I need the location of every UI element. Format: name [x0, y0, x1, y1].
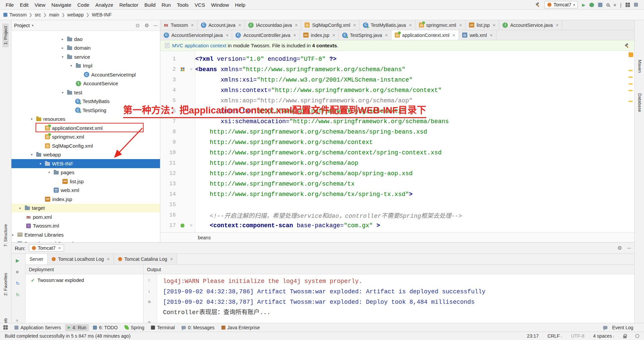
tree-item-external-libraries[interactable]: ▸External Libraries — [11, 230, 160, 239]
more-options-icon[interactable]: » — [16, 318, 18, 323]
tab-tomcat-localhost-log[interactable]: Tomcat Localhost Log× — [48, 254, 114, 264]
menu-item-view[interactable]: View — [32, 2, 48, 8]
stop-button[interactable]: ■ — [613, 2, 616, 7]
breadcrumb-item-src[interactable]: src — [35, 12, 41, 17]
tab-server[interactable]: Server — [25, 254, 48, 264]
menu-item-window[interactable]: Window — [208, 2, 232, 8]
tree-item-listjsp[interactable]: JSPlist.jsp — [11, 177, 160, 186]
tool-button-java-enterprise[interactable]: Java Enterprise — [219, 324, 263, 331]
menu-item-tools[interactable]: Tools — [174, 2, 192, 8]
editor-tab-account[interactable]: CAccount.java× — [198, 20, 245, 30]
breadcrumb-item-webinf[interactable]: WEB-INF — [92, 12, 112, 17]
menu-item-analyze[interactable]: Analyze — [92, 2, 116, 8]
editor-tab-listjsp[interactable]: JSPlist.jsp× — [466, 20, 499, 30]
close-icon[interactable]: × — [191, 22, 194, 28]
breadcrumb-item-webapp[interactable]: webapp — [67, 12, 84, 17]
close-icon[interactable]: × — [353, 22, 356, 28]
caret-position-widget[interactable]: 23:17 — [527, 333, 539, 339]
editor-tab-webxml[interactable]: web.xml× — [459, 30, 496, 40]
inspections-indicator-icon[interactable] — [635, 334, 639, 338]
menu-item-vcs[interactable]: VCS — [192, 2, 208, 8]
indent-widget[interactable]: 4 spaces ↕ — [593, 333, 614, 339]
readonly-lock-icon[interactable] — [623, 336, 627, 338]
hide-panel-icon[interactable]: ─ — [627, 245, 631, 251]
tab-tomcat-catalina-log[interactable]: Tomcat Catalina Log× — [114, 254, 177, 264]
tree-item-service[interactable]: ▾service — [11, 52, 160, 61]
tree-item-twossmiml[interactable]: iTwossm.iml — [11, 222, 160, 231]
deployment-item[interactable]: ✓ Twossm:war exploded — [25, 274, 143, 283]
breadcrumb-item-twossm[interactable]: Twossm — [9, 12, 26, 17]
project-structure-icon[interactable] — [634, 3, 638, 7]
run-configuration-select[interactable]: Tomcat7 ▾ — [544, 1, 578, 8]
close-icon[interactable]: × — [490, 33, 493, 38]
rerun-server-button[interactable]: ▶ — [16, 258, 19, 263]
editor-tab-testspring[interactable]: CTestSpring.java× — [339, 30, 391, 40]
tree-item-pomxml[interactable]: mpom.xml — [11, 212, 160, 222]
editor-tab-twossm[interactable]: mTwossm× — [160, 20, 198, 30]
tree-item-accountservice[interactable]: IAccountService — [11, 79, 160, 88]
editor-tab-testmybatis[interactable]: CTestMyBatis.java× — [360, 20, 415, 30]
tree-item-indexjsp[interactable]: JSPindex.jsp — [11, 195, 160, 204]
tree-item-accountserviceimpl[interactable]: CAccountServiceImpl — [11, 70, 160, 79]
redeploy-button[interactable]: ↻ — [16, 281, 20, 286]
close-icon[interactable]: × — [293, 33, 296, 38]
hide-panel-icon[interactable]: ─ — [154, 22, 157, 29]
tool-tab-database[interactable]: Database — [637, 91, 643, 115]
fold-arrow-icon[interactable]: ▽ — [187, 67, 195, 71]
close-icon[interactable]: × — [556, 22, 558, 28]
tool-tab-structure[interactable]: 7: Structure — [2, 222, 9, 249]
update-application-button[interactable]: ↻ — [16, 292, 20, 297]
coverage-button[interactable] — [598, 3, 602, 7]
line-ending-widget[interactable]: CRLF ↕ — [547, 333, 562, 339]
close-icon[interactable]: × — [385, 33, 388, 38]
tree-item-webapp[interactable]: ▾webapp — [11, 150, 160, 159]
profiler-button[interactable] — [606, 3, 609, 6]
editor-tab-springmvc[interactable]: springmvc.xml× — [416, 20, 466, 30]
breadcrumb-item-main[interactable]: main — [49, 12, 59, 17]
menu-item-code[interactable]: Code — [74, 2, 92, 8]
debug-button[interactable] — [589, 3, 594, 7]
close-icon[interactable]: × — [107, 256, 109, 262]
close-icon[interactable]: × — [170, 256, 173, 262]
editor-tab-sqlmapconfig[interactable]: SqlMapConfig.xml× — [301, 20, 360, 30]
tool-button-terminal[interactable]: Terminal — [148, 324, 177, 331]
settings-gear-icon[interactable]: ⚙ — [145, 22, 149, 29]
wrench-icon[interactable] — [624, 43, 630, 48]
tree-item-webxml[interactable]: web.xml — [11, 186, 160, 195]
tree-item-pages[interactable]: ▾pages — [11, 168, 160, 177]
menu-item-navigate[interactable]: Navigate — [48, 2, 74, 8]
run-button[interactable]: ▶ — [582, 2, 585, 7]
tree-item-springmvc[interactable]: springmvc.xml — [11, 133, 160, 142]
spring-bean-gutter-icon[interactable] — [181, 67, 184, 71]
menu-item-build[interactable]: Build — [141, 2, 158, 8]
editor-surface[interactable]: 1<?xml version="1.0" encoding="UTF-8" ?>… — [160, 51, 634, 232]
tree-item-webinf-selected[interactable]: ▾WEB-INF — [11, 159, 160, 168]
stop-server-button[interactable]: ■ — [16, 269, 18, 275]
close-icon[interactable]: × — [332, 33, 335, 38]
build-hammer-icon[interactable] — [535, 2, 540, 7]
tool-button-run[interactable]: ▶4: Run — [65, 324, 89, 331]
editor-tab-accountserviceimpl[interactable]: CAccountServiceImpl.java× — [160, 30, 232, 40]
editor-tab-accountcontroller[interactable]: CAccountController.java× — [232, 30, 300, 40]
tree-item-test[interactable]: ▾test — [11, 88, 160, 97]
run-config-tab[interactable]: Tomcat7 × — [29, 244, 64, 252]
soft-wrap-icon[interactable]: ≡ — [148, 299, 151, 304]
close-icon[interactable]: × — [295, 22, 298, 28]
tool-tab-maven[interactable]: Maven — [637, 57, 643, 76]
console-output[interactable]: log4j:WARN Please initialize the log4j s… — [157, 274, 634, 323]
tool-tab-project[interactable]: 1: Project — [2, 23, 9, 47]
tree-item-domain[interactable]: ▸domain — [11, 44, 160, 53]
close-icon[interactable]: × — [409, 22, 412, 28]
tool-button-todo[interactable]: 6: TODO — [90, 324, 120, 331]
breadcrumb-beans[interactable]: beans — [198, 235, 211, 240]
fold-arrow-icon[interactable]: ▽ — [187, 223, 195, 228]
close-icon[interactable]: × — [459, 22, 462, 28]
close-icon[interactable]: × — [452, 33, 455, 38]
tree-item-scratches[interactable]: ▸Scratches and Consoles — [11, 239, 160, 243]
menu-item-help[interactable]: Help — [232, 2, 249, 8]
settings-gear-icon[interactable]: ⚙ — [618, 245, 622, 251]
close-icon[interactable]: × — [238, 22, 241, 28]
tree-item-target[interactable]: ▸target — [11, 204, 160, 213]
editor-tab-indexjsp[interactable]: JSPindex.jsp× — [300, 30, 339, 40]
editor-tab-applicationcontext-active[interactable]: applicationContext.xml× — [391, 30, 459, 40]
